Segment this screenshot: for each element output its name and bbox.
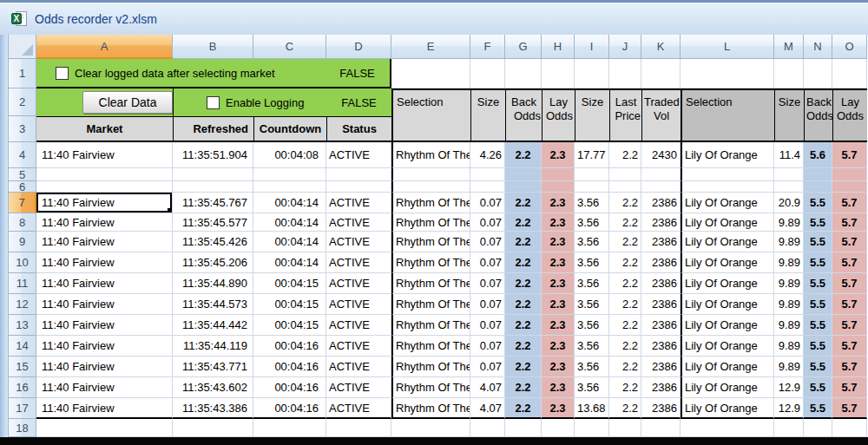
cell-I6[interactable] xyxy=(575,181,609,193)
cell-D9[interactable]: ACTIVE xyxy=(326,232,391,252)
cell-M9[interactable]: 9.89 xyxy=(774,232,804,252)
cell-G12[interactable]: 2.2 xyxy=(505,294,542,315)
column-header-J[interactable]: J xyxy=(609,35,641,59)
cell-C16[interactable]: 00:04:16 xyxy=(253,377,326,398)
cell-F11[interactable]: 0.07 xyxy=(470,273,505,294)
cell-N7[interactable]: 5.5 xyxy=(804,193,832,213)
cell-K8[interactable]: 2386 xyxy=(641,213,681,232)
cell-G18[interactable] xyxy=(505,419,542,437)
cell-K6[interactable] xyxy=(641,181,681,193)
row-header-16[interactable]: 16 xyxy=(9,377,36,398)
cell-B17[interactable]: 11:35:43.386 xyxy=(173,398,253,419)
cell-G7[interactable]: 2.2 xyxy=(505,193,542,213)
cell-L14[interactable]: Lily Of Orange xyxy=(681,336,774,357)
cell-B14[interactable]: 11:35:44.119 xyxy=(173,336,253,357)
cell-F16[interactable]: 4.07 xyxy=(470,377,505,398)
cell-F14[interactable]: 0.07 xyxy=(470,336,505,357)
cell-H9[interactable]: 2.3 xyxy=(542,232,575,252)
cell-K5[interactable] xyxy=(641,168,681,181)
cell-A14[interactable]: 11:40 Fairview xyxy=(36,336,173,357)
cell-F5[interactable] xyxy=(470,168,505,181)
column-header-N[interactable]: N xyxy=(804,35,832,59)
titlebar[interactable]: X Odds recorder v2.xlsm xyxy=(0,0,868,35)
cell-B9[interactable]: 11:35:45.426 xyxy=(173,232,253,252)
cell-C17[interactable]: 00:04:16 xyxy=(253,398,326,419)
cell-F13[interactable]: 0.07 xyxy=(470,315,505,336)
cell-N1[interactable] xyxy=(804,59,832,88)
cell-L12[interactable]: Lily Of Orange xyxy=(681,294,774,315)
cell-A13[interactable]: 11:40 Fairview xyxy=(36,315,173,336)
cell-O12[interactable]: 5.7 xyxy=(832,294,867,315)
row-header-4[interactable]: 4 xyxy=(9,142,36,168)
cell-M10[interactable]: 9.89 xyxy=(774,252,804,273)
cell-L17[interactable]: Lily Of Orange xyxy=(681,398,774,419)
cell-D7[interactable]: ACTIVE xyxy=(326,193,391,213)
row-header-11[interactable]: 11 xyxy=(9,273,36,294)
cell-M18[interactable] xyxy=(774,419,804,437)
row-header-10[interactable]: 10 xyxy=(9,252,36,273)
cell-J9[interactable]: 2.2 xyxy=(609,232,641,252)
cell-D6[interactable] xyxy=(326,181,391,193)
cell-J12[interactable]: 2.2 xyxy=(609,294,641,315)
cell-F9[interactable]: 0.07 xyxy=(470,232,505,252)
column-header-D[interactable]: D xyxy=(326,35,391,59)
cell-J4[interactable]: 2.2 xyxy=(609,142,641,168)
cell-O16[interactable]: 5.7 xyxy=(832,377,867,398)
row-header-13[interactable]: 13 xyxy=(9,315,36,336)
header-last-price[interactable]: LastPrice xyxy=(609,88,641,142)
cell-J5[interactable] xyxy=(609,168,641,181)
cell-N8[interactable]: 5.5 xyxy=(804,213,832,232)
cell-O15[interactable]: 5.7 xyxy=(832,357,867,377)
column-header-E[interactable]: E xyxy=(391,35,470,59)
cell-E10[interactable]: Rhythm Of The xyxy=(391,252,470,273)
cell-C5[interactable] xyxy=(253,168,326,181)
cell-D17[interactable]: ACTIVE xyxy=(326,398,391,419)
cell-J14[interactable]: 2.2 xyxy=(609,336,641,357)
cell-A11[interactable]: 11:40 Fairview xyxy=(36,273,173,294)
cell-M6[interactable] xyxy=(774,181,804,193)
cell-M14[interactable]: 9.89 xyxy=(774,336,804,357)
cell-C14[interactable]: 00:04:16 xyxy=(253,336,326,357)
cell-M16[interactable]: 12.9 xyxy=(774,377,804,398)
clear-logged-data-checkbox[interactable] xyxy=(56,67,69,80)
cell-M7[interactable]: 20.9 xyxy=(774,193,804,213)
cell-J13[interactable]: 2.2 xyxy=(609,315,641,336)
header-status[interactable]: Status xyxy=(326,116,391,142)
cell-H4[interactable]: 2.3 xyxy=(542,142,575,168)
enable-logging-checkbox[interactable] xyxy=(207,96,220,109)
cell-E6[interactable] xyxy=(391,181,470,193)
row-header-2[interactable]: 2 xyxy=(9,88,36,116)
cell-A7[interactable]: 11:40 Fairview xyxy=(36,193,173,213)
cell-N14[interactable]: 5.5 xyxy=(804,336,832,357)
cell-B16[interactable]: 11:35:43.602 xyxy=(173,377,253,398)
header-selection-1[interactable]: Selection xyxy=(391,88,470,142)
row-header-14[interactable]: 14 xyxy=(9,336,36,357)
cell-A4[interactable]: 11:40 Fairview xyxy=(36,142,173,168)
select-all-corner[interactable] xyxy=(9,35,36,59)
cell-I15[interactable]: 3.56 xyxy=(575,357,609,377)
column-header-K[interactable]: K xyxy=(641,35,681,59)
cell-F7[interactable]: 0.07 xyxy=(470,193,505,213)
cell-O14[interactable]: 5.7 xyxy=(832,336,867,357)
column-header-C[interactable]: C xyxy=(253,35,326,59)
cell-B13[interactable]: 11:35:44.442 xyxy=(173,315,253,336)
row-header-18[interactable]: 18 xyxy=(9,419,36,437)
cell-C8[interactable]: 00:04:14 xyxy=(253,213,326,232)
cell-F6[interactable] xyxy=(470,181,505,193)
cell-G11[interactable]: 2.2 xyxy=(505,273,542,294)
cell-L7[interactable]: Lily Of Orange xyxy=(681,193,774,213)
cell-D10[interactable]: ACTIVE xyxy=(326,252,391,273)
cell-G15[interactable]: 2.2 xyxy=(505,357,542,377)
cell-E13[interactable]: Rhythm Of The xyxy=(391,315,470,336)
cell-I7[interactable]: 3.56 xyxy=(575,193,609,213)
cell-H8[interactable]: 2.3 xyxy=(542,213,575,232)
header-traded-vol[interactable]: TradedVol xyxy=(641,88,681,142)
cell-A17[interactable]: 11:40 Fairview xyxy=(36,398,173,419)
cell-E18[interactable] xyxy=(391,419,470,437)
header-size-1[interactable]: Size xyxy=(470,88,505,142)
cell-D14[interactable]: ACTIVE xyxy=(326,336,391,357)
cell-B7[interactable]: 11:35:45.767 xyxy=(173,193,253,213)
cell-A5[interactable] xyxy=(36,168,173,181)
cell-I14[interactable]: 3.56 xyxy=(575,336,609,357)
cell-G9[interactable]: 2.2 xyxy=(505,232,542,252)
